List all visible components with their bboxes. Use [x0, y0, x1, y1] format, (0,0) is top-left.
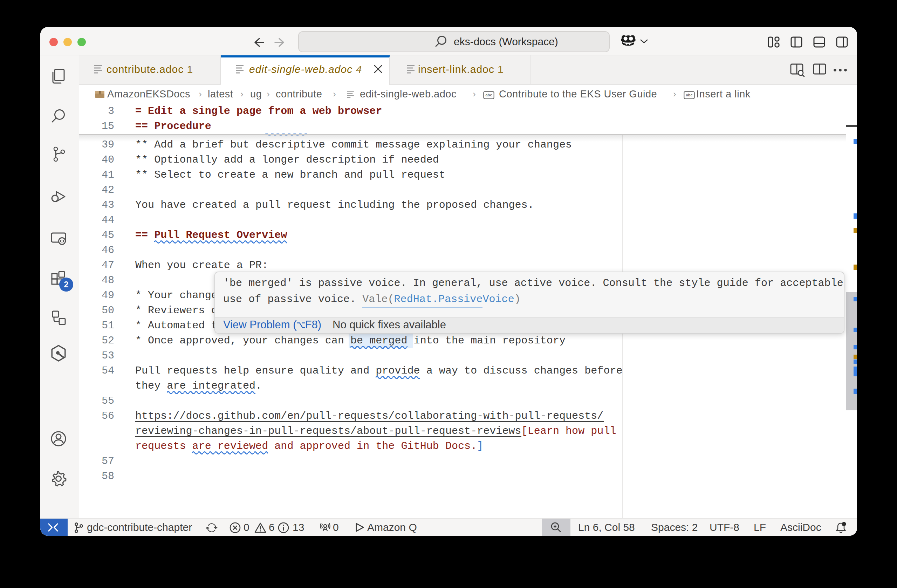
svg-text:abc: abc	[686, 93, 692, 97]
svg-text:abc: abc	[485, 93, 492, 97]
